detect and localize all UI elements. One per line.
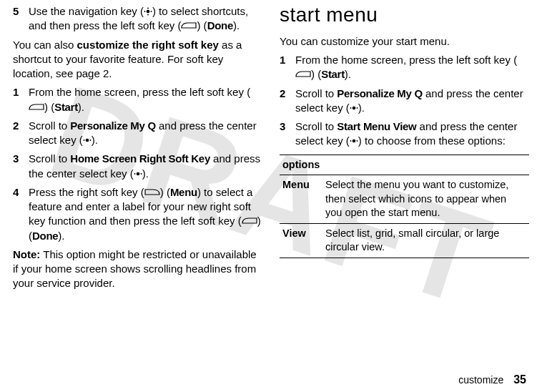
start-menu-view-label: Start Menu View bbox=[337, 120, 416, 132]
right-column: start menu You can customize your start … bbox=[271, 0, 529, 392]
text: ) ( bbox=[311, 68, 321, 80]
step-body: Press the right soft key () (Menu) to se… bbox=[29, 185, 262, 243]
left-softkey-icon bbox=[181, 19, 197, 31]
section-title: start menu bbox=[280, 1, 529, 29]
text: Scroll to bbox=[29, 152, 70, 165]
left-step-2: 2 Scroll to Personalize My Q and press t… bbox=[13, 119, 262, 148]
step-body: Use the navigation key () to select shor… bbox=[29, 4, 262, 34]
text: ) to choose from these options: bbox=[358, 134, 506, 147]
text: ). bbox=[233, 19, 240, 31]
note-paragraph: Note: This option might be restricted or… bbox=[13, 248, 262, 291]
right-softkey-icon bbox=[144, 186, 160, 198]
text: ). bbox=[345, 68, 351, 80]
svg-point-12 bbox=[350, 107, 351, 109]
options-header: options bbox=[280, 155, 529, 175]
text: ). bbox=[358, 102, 365, 114]
table-header-row: options bbox=[280, 155, 529, 175]
step-number: 4 bbox=[13, 185, 29, 243]
svg-point-14 bbox=[353, 139, 356, 143]
svg-point-0 bbox=[147, 10, 150, 14]
center-key-icon bbox=[134, 167, 142, 180]
table-row: Menu Select the menu you want to customi… bbox=[280, 175, 529, 224]
text: Press the right soft key ( bbox=[29, 186, 144, 198]
start-label: Start bbox=[321, 68, 345, 80]
intro-text: You can customize your start menu. bbox=[280, 34, 529, 49]
svg-point-11 bbox=[353, 106, 356, 109]
option-label: View bbox=[280, 223, 322, 258]
text: Scroll to bbox=[29, 119, 70, 132]
text: Use the navigation key ( bbox=[29, 5, 144, 17]
step-number: 3 bbox=[280, 119, 295, 149]
text: ). bbox=[142, 167, 149, 180]
text: ). bbox=[58, 230, 64, 242]
option-desc: Select list, grid, small circular, or la… bbox=[322, 223, 529, 258]
option-desc: Select the menu you want to customize, t… bbox=[322, 175, 529, 224]
left-softkey-icon bbox=[242, 215, 257, 227]
text: ). bbox=[92, 134, 98, 146]
left-step-3: 3 Scroll to Home Screen Right Soft Key a… bbox=[13, 152, 262, 181]
right-step-3: 3 Scroll to Start Menu View and press th… bbox=[280, 119, 529, 149]
paragraph-custom-right-softkey: You can also customize the right soft ke… bbox=[13, 38, 262, 82]
step-body: From the home screen, press the left sof… bbox=[29, 85, 262, 114]
center-key-icon bbox=[83, 134, 92, 146]
left-softkey-icon bbox=[295, 68, 311, 80]
left-softkey-icon bbox=[29, 101, 44, 113]
bold-text: customize the right soft key bbox=[77, 39, 219, 51]
svg-point-5 bbox=[86, 139, 89, 142]
step-body: Scroll to Home Screen Right Soft Key and… bbox=[29, 152, 262, 181]
text: From the home screen, press the left sof… bbox=[295, 54, 517, 66]
text: Scroll to bbox=[295, 87, 337, 99]
step-5: 5 Use the navigation key () to select sh… bbox=[13, 4, 262, 34]
step-number: 1 bbox=[280, 53, 295, 82]
text: ). bbox=[78, 101, 84, 113]
step-number: 2 bbox=[280, 87, 295, 116]
note-label: Note: bbox=[13, 248, 40, 260]
step-number: 5 bbox=[13, 4, 29, 34]
text: You can also bbox=[13, 39, 77, 51]
svg-point-1 bbox=[147, 8, 149, 9]
menu-label: Menu bbox=[170, 186, 197, 198]
step-body: Scroll to Personalize My Q and press the… bbox=[295, 87, 529, 116]
step-body: From the home screen, press the left sof… bbox=[295, 53, 529, 82]
text: ) ( bbox=[197, 19, 207, 31]
svg-point-15 bbox=[350, 140, 351, 142]
done-label: Done bbox=[207, 19, 233, 31]
step-number: 3 bbox=[13, 152, 29, 181]
left-column: 5 Use the navigation key () to select sh… bbox=[13, 0, 271, 392]
right-step-2: 2 Scroll to Personalize My Q and press t… bbox=[280, 87, 529, 116]
page-content: 5 Use the navigation key () to select sh… bbox=[0, 0, 542, 392]
step-body: Scroll to Personalize My Q and press the… bbox=[29, 119, 262, 148]
center-key-icon bbox=[350, 134, 358, 147]
svg-point-8 bbox=[136, 172, 139, 175]
nav-key-icon bbox=[144, 5, 152, 17]
table-row: View Select list, grid, small circular, … bbox=[280, 223, 529, 258]
step-body: Scroll to Start Menu View and press the … bbox=[295, 119, 529, 149]
personalize-label: Personalize My Q bbox=[70, 119, 155, 132]
text: ) ( bbox=[44, 101, 54, 113]
right-step-1: 1 From the home screen, press the left s… bbox=[280, 53, 529, 82]
step-number: 1 bbox=[13, 85, 29, 114]
start-label: Start bbox=[54, 101, 78, 113]
text: Scroll to bbox=[295, 120, 337, 132]
note-body: This option might be restricted or unava… bbox=[13, 248, 257, 290]
center-key-icon bbox=[350, 102, 358, 114]
text: From the home screen, press the left sof… bbox=[29, 86, 250, 98]
option-label: Menu bbox=[280, 175, 322, 224]
svg-point-6 bbox=[83, 139, 84, 141]
svg-point-9 bbox=[134, 173, 135, 175]
step-number: 2 bbox=[13, 119, 29, 148]
svg-point-3 bbox=[144, 11, 146, 12]
svg-point-2 bbox=[147, 14, 149, 16]
personalize-label: Personalize My Q bbox=[337, 87, 422, 99]
home-screen-label: Home Screen Right Soft Key bbox=[70, 152, 210, 165]
options-table: options Menu Select the menu you want to… bbox=[280, 155, 529, 258]
done-label: Done bbox=[32, 230, 58, 242]
left-step-1: 1 From the home screen, press the left s… bbox=[13, 85, 262, 114]
left-step-4: 4 Press the right soft key () (Menu) to … bbox=[13, 185, 262, 243]
text: ) ( bbox=[160, 186, 170, 198]
